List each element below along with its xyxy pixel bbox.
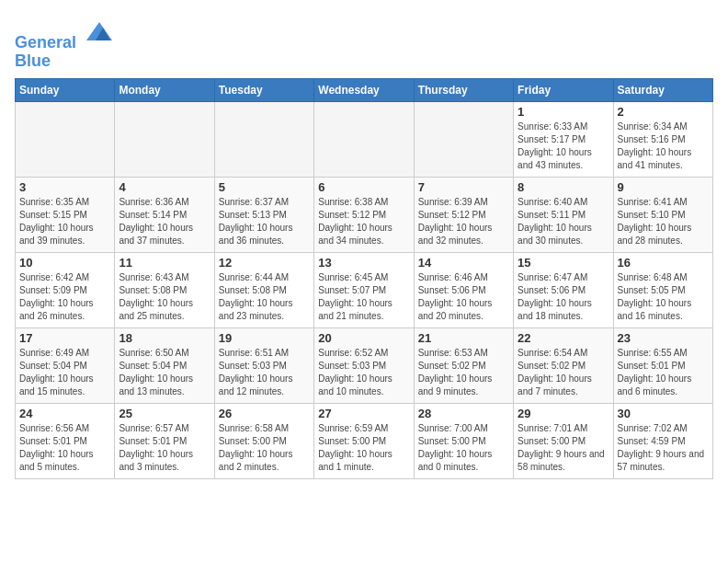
day-number: 21 (418, 331, 509, 345)
calendar-day-cell: 22Sunrise: 6:54 AMSunset: 5:02 PMDayligh… (514, 327, 613, 403)
day-info: Sunrise: 6:38 AMSunset: 5:12 PMDaylight:… (318, 196, 409, 247)
day-number: 26 (219, 407, 310, 420)
calendar-day-cell: 7Sunrise: 6:39 AMSunset: 5:12 PMDaylight… (414, 177, 513, 252)
day-number: 7 (418, 180, 509, 194)
day-info: Sunrise: 6:46 AMSunset: 5:06 PMDaylight:… (418, 271, 509, 323)
day-number: 4 (119, 180, 210, 194)
weekday-header: Saturday (613, 78, 712, 101)
day-number: 15 (518, 256, 609, 270)
day-info: Sunrise: 6:37 AMSunset: 5:13 PMDaylight:… (219, 196, 310, 247)
calendar-day-cell: 21Sunrise: 6:53 AMSunset: 5:02 PMDayligh… (414, 327, 513, 403)
calendar-day-cell (414, 101, 513, 177)
weekday-header: Tuesday (214, 78, 313, 101)
day-number: 18 (119, 331, 210, 345)
calendar-day-cell (314, 101, 414, 177)
logo-blue: Blue (15, 52, 51, 70)
calendar-day-cell: 27Sunrise: 6:59 AMSunset: 5:00 PMDayligh… (314, 403, 414, 478)
day-info: Sunrise: 6:33 AMSunset: 5:17 PMDaylight:… (518, 121, 609, 172)
day-info: Sunrise: 6:54 AMSunset: 5:02 PMDaylight:… (518, 347, 609, 398)
day-info: Sunrise: 6:50 AMSunset: 5:04 PMDaylight:… (119, 347, 210, 398)
calendar-day-cell: 28Sunrise: 7:00 AMSunset: 5:00 PMDayligh… (414, 403, 513, 478)
day-number: 14 (418, 256, 509, 270)
calendar-day-cell: 24Sunrise: 6:56 AMSunset: 5:01 PMDayligh… (16, 403, 115, 478)
calendar-week-row: 10Sunrise: 6:42 AMSunset: 5:09 PMDayligh… (16, 252, 713, 327)
calendar-day-cell (214, 101, 313, 177)
day-info: Sunrise: 6:51 AMSunset: 5:03 PMDaylight:… (219, 347, 310, 398)
weekday-header: Thursday (414, 78, 513, 101)
day-number: 17 (19, 331, 110, 345)
weekday-header: Friday (514, 78, 613, 101)
calendar-week-row: 17Sunrise: 6:49 AMSunset: 5:04 PMDayligh… (16, 327, 713, 403)
day-number: 8 (518, 180, 609, 194)
calendar-day-cell: 5Sunrise: 6:37 AMSunset: 5:13 PMDaylight… (214, 177, 313, 252)
logo: General Blue (15, 15, 116, 71)
calendar-day-cell: 11Sunrise: 6:43 AMSunset: 5:08 PMDayligh… (115, 252, 214, 327)
calendar-day-cell: 9Sunrise: 6:41 AMSunset: 5:10 PMDaylight… (613, 177, 712, 252)
calendar-day-cell: 14Sunrise: 6:46 AMSunset: 5:06 PMDayligh… (414, 252, 513, 327)
day-number: 11 (119, 256, 210, 270)
day-info: Sunrise: 6:35 AMSunset: 5:15 PMDaylight:… (19, 196, 110, 247)
day-number: 6 (318, 180, 409, 194)
calendar-day-cell: 6Sunrise: 6:38 AMSunset: 5:12 PMDaylight… (314, 177, 414, 252)
calendar-day-cell (115, 101, 214, 177)
day-info: Sunrise: 6:34 AMSunset: 5:16 PMDaylight:… (618, 121, 709, 172)
weekday-header: Monday (115, 78, 214, 101)
day-info: Sunrise: 6:39 AMSunset: 5:12 PMDaylight:… (418, 196, 509, 247)
calendar-day-cell: 29Sunrise: 7:01 AMSunset: 5:00 PMDayligh… (514, 403, 613, 478)
day-info: Sunrise: 7:02 AMSunset: 4:59 PMDaylight:… (618, 422, 709, 474)
weekday-header: Wednesday (314, 78, 414, 101)
day-number: 29 (518, 407, 609, 420)
day-number: 9 (618, 180, 709, 194)
day-number: 22 (518, 331, 609, 345)
page-header: General Blue (15, 15, 713, 71)
calendar-day-cell: 23Sunrise: 6:55 AMSunset: 5:01 PMDayligh… (613, 327, 712, 403)
day-number: 25 (119, 407, 210, 420)
day-number: 3 (19, 180, 110, 194)
day-info: Sunrise: 6:52 AMSunset: 5:03 PMDaylight:… (318, 347, 409, 398)
day-info: Sunrise: 6:59 AMSunset: 5:00 PMDaylight:… (318, 422, 409, 474)
day-info: Sunrise: 7:00 AMSunset: 5:00 PMDaylight:… (418, 422, 509, 474)
day-info: Sunrise: 6:58 AMSunset: 5:00 PMDaylight:… (219, 422, 310, 474)
day-info: Sunrise: 6:43 AMSunset: 5:08 PMDaylight:… (119, 271, 210, 323)
day-number: 20 (318, 331, 409, 345)
day-number: 12 (219, 256, 310, 270)
day-info: Sunrise: 6:47 AMSunset: 5:06 PMDaylight:… (518, 271, 609, 323)
day-number: 19 (219, 331, 310, 345)
day-number: 23 (618, 331, 709, 345)
calendar-day-cell: 4Sunrise: 6:36 AMSunset: 5:14 PMDaylight… (115, 177, 214, 252)
weekday-header: Sunday (16, 78, 115, 101)
day-info: Sunrise: 6:45 AMSunset: 5:07 PMDaylight:… (318, 271, 409, 323)
calendar-week-row: 1Sunrise: 6:33 AMSunset: 5:17 PMDaylight… (16, 101, 713, 177)
calendar-day-cell: 17Sunrise: 6:49 AMSunset: 5:04 PMDayligh… (16, 327, 115, 403)
calendar-day-cell: 16Sunrise: 6:48 AMSunset: 5:05 PMDayligh… (613, 252, 712, 327)
day-info: Sunrise: 6:48 AMSunset: 5:05 PMDaylight:… (618, 271, 709, 323)
calendar-day-cell (16, 101, 115, 177)
calendar-week-row: 24Sunrise: 6:56 AMSunset: 5:01 PMDayligh… (16, 403, 713, 478)
calendar-day-cell: 8Sunrise: 6:40 AMSunset: 5:11 PMDaylight… (514, 177, 613, 252)
day-number: 30 (618, 407, 709, 420)
calendar-day-cell: 3Sunrise: 6:35 AMSunset: 5:15 PMDaylight… (16, 177, 115, 252)
day-number: 16 (618, 256, 709, 270)
logo-general: General (15, 33, 76, 52)
day-number: 27 (318, 407, 409, 420)
day-number: 10 (19, 256, 110, 270)
calendar-day-cell: 10Sunrise: 6:42 AMSunset: 5:09 PMDayligh… (16, 252, 115, 327)
day-info: Sunrise: 7:01 AMSunset: 5:00 PMDaylight:… (518, 422, 609, 474)
calendar-day-cell: 2Sunrise: 6:34 AMSunset: 5:16 PMDaylight… (613, 101, 712, 177)
calendar-day-cell: 13Sunrise: 6:45 AMSunset: 5:07 PMDayligh… (314, 252, 414, 327)
day-number: 28 (418, 407, 509, 420)
calendar-header-row: SundayMondayTuesdayWednesdayThursdayFrid… (16, 78, 713, 101)
calendar-day-cell: 18Sunrise: 6:50 AMSunset: 5:04 PMDayligh… (115, 327, 214, 403)
calendar-day-cell: 19Sunrise: 6:51 AMSunset: 5:03 PMDayligh… (214, 327, 313, 403)
day-info: Sunrise: 6:57 AMSunset: 5:01 PMDaylight:… (119, 422, 210, 474)
logo-icon (83, 15, 116, 48)
day-info: Sunrise: 6:49 AMSunset: 5:04 PMDaylight:… (19, 347, 110, 398)
day-number: 13 (318, 256, 409, 270)
calendar-day-cell: 30Sunrise: 7:02 AMSunset: 4:59 PMDayligh… (613, 403, 712, 478)
day-number: 1 (518, 105, 609, 119)
day-info: Sunrise: 6:55 AMSunset: 5:01 PMDaylight:… (618, 347, 709, 398)
calendar-day-cell: 20Sunrise: 6:52 AMSunset: 5:03 PMDayligh… (314, 327, 414, 403)
day-number: 24 (19, 407, 110, 420)
calendar-day-cell: 15Sunrise: 6:47 AMSunset: 5:06 PMDayligh… (514, 252, 613, 327)
day-info: Sunrise: 6:53 AMSunset: 5:02 PMDaylight:… (418, 347, 509, 398)
